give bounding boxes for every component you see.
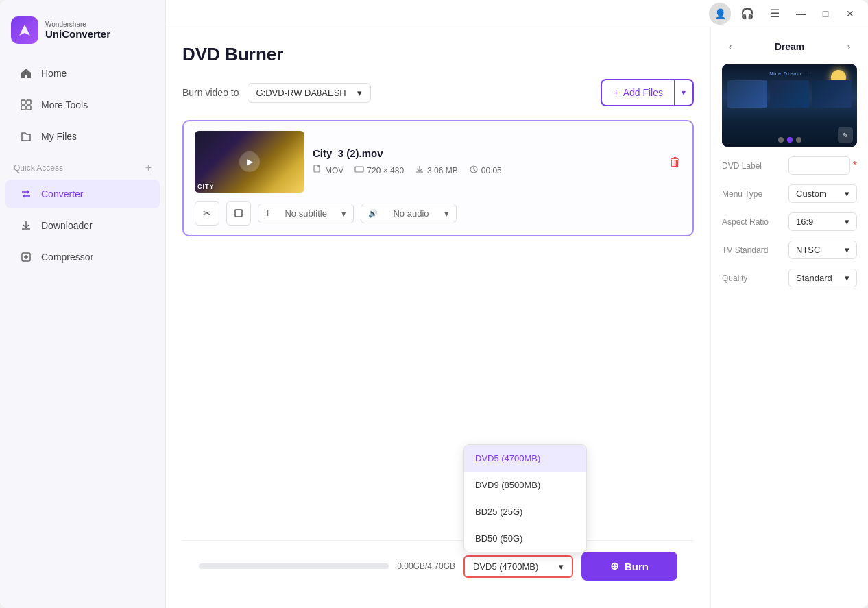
menu-icon[interactable]: ☰: [764, 3, 786, 25]
file-delete-button[interactable]: 🗑: [669, 155, 682, 169]
theme-edit-icon[interactable]: ✎: [838, 127, 853, 143]
burn-button[interactable]: ⊕ Burn: [581, 552, 677, 581]
progress-label: 0.00GB/4.70GB: [397, 561, 455, 571]
svg-rect-3: [27, 106, 31, 110]
quick-access-add-button[interactable]: +: [145, 162, 152, 174]
burn-label: Burn: [625, 561, 649, 572]
aspect-ratio-select[interactable]: 16:9 ▾: [788, 212, 857, 231]
minimize-button[interactable]: —: [791, 4, 810, 23]
user-avatar[interactable]: 👤: [709, 3, 731, 25]
burn-target-value: G:DVD-RW DA8AESH: [256, 88, 346, 98]
quality-select[interactable]: Standard ▾: [788, 269, 857, 287]
close-button[interactable]: ✕: [841, 4, 860, 23]
disc-option-dvd9[interactable]: DVD9 (8500MB): [464, 472, 586, 498]
menu-type-select[interactable]: Custom ▾: [788, 184, 857, 203]
theme-dot-2: [787, 137, 793, 143]
subtitle-select[interactable]: T No subtitle ▾: [258, 204, 354, 223]
file-format: MOV: [325, 166, 343, 175]
burn-video-label: Burn video to: [182, 87, 239, 98]
aspect-ratio-value: 16:9: [796, 217, 813, 227]
sidebar-item-more-tools[interactable]: More Tools: [5, 90, 160, 119]
disc-selector[interactable]: DVD5 (4700MB) ▾: [463, 555, 573, 578]
subtitle-chevron-icon: ▾: [341, 208, 346, 219]
theme-dots: [778, 137, 801, 143]
main-area: DVD Burner Burn video to G:DVD-RW DA8AES…: [166, 27, 710, 608]
tv-standard-select[interactable]: NTSC ▾: [788, 241, 857, 259]
svg-rect-0: [21, 100, 25, 104]
quality-chevron-icon: ▾: [845, 273, 849, 283]
add-files-arrow-icon[interactable]: ▾: [675, 82, 692, 103]
svg-rect-6: [355, 167, 363, 172]
burn-target-chevron: ▾: [357, 88, 362, 98]
resolution-icon: [354, 165, 364, 176]
menu-type-label: Menu Type: [722, 189, 762, 199]
theme-name: Dream: [775, 41, 805, 52]
theme-dot-3: [796, 137, 801, 143]
audio-value: No audio: [393, 208, 429, 219]
quick-access-label: Quick Access: [14, 163, 63, 173]
disc-option-bd25[interactable]: BD25 (25G): [464, 498, 586, 525]
sidebar-item-compressor[interactable]: Compressor: [5, 243, 160, 271]
audio-chevron-icon: ▾: [444, 208, 449, 219]
main-content: 👤 🎧 ☰ — □ ✕ DVD Burner Burn video to G:D…: [166, 0, 868, 608]
sidebar-item-converter[interactable]: Converter: [5, 180, 160, 208]
app-logo: Wondershare UniConverter: [0, 11, 165, 58]
page-title: DVD Burner: [182, 44, 694, 65]
sidebar-home-label: Home: [41, 68, 67, 79]
titlebar: 👤 🎧 ☰ — □ ✕: [166, 0, 868, 27]
theme-next-button[interactable]: ›: [841, 38, 857, 55]
file-duration-item: 00:05: [469, 165, 502, 176]
compressor-icon: [19, 250, 33, 264]
audio-icon: 🔊: [368, 209, 378, 218]
file-resolution: 720 × 480: [367, 166, 404, 175]
theme-subtitle: Nice Dream ...: [769, 71, 810, 76]
sidebar-files-label: My Files: [41, 131, 77, 142]
app-logo-icon: [11, 16, 38, 44]
dvd-label-input[interactable]: [788, 156, 850, 175]
duration-icon: [469, 165, 479, 176]
file-size: 3.06 MB: [427, 166, 458, 175]
support-icon[interactable]: 🎧: [736, 3, 758, 25]
audio-select[interactable]: 🔊 No audio ▾: [361, 204, 457, 223]
scissors-button[interactable]: ✂: [195, 201, 219, 226]
maximize-button[interactable]: □: [816, 4, 835, 23]
file-format-icon: [313, 165, 322, 176]
size-icon: [415, 165, 424, 176]
file-name: City_3 (2).mov: [313, 147, 661, 159]
svg-rect-2: [21, 106, 25, 110]
tv-standard-value: NTSC: [796, 245, 820, 255]
theme-thumb-2: [770, 80, 810, 108]
dvd-label-label: DVD Label: [722, 161, 762, 171]
file-card-header: CITY ▶ City_3 (2).mov: [195, 131, 682, 193]
downloader-icon: [19, 219, 33, 232]
dvd-label-row: DVD Label *: [722, 156, 857, 175]
play-icon[interactable]: ▶: [239, 151, 260, 172]
add-files-main[interactable]: + Add Files: [602, 82, 674, 104]
sidebar-item-home[interactable]: Home: [5, 59, 160, 88]
crop-button[interactable]: [226, 201, 251, 226]
brand-name: Wondershare: [45, 21, 110, 28]
burn-target-select[interactable]: G:DVD-RW DA8AESH ▾: [248, 83, 371, 103]
menu-type-row: Menu Type Custom ▾: [722, 184, 857, 203]
sidebar-item-my-files[interactable]: My Files: [5, 122, 160, 151]
disc-selector-wrapper: DVD5 (4700MB) ▾ DVD5 (4700MB) DVD9 (8500…: [463, 555, 573, 578]
subtitle-icon: T: [265, 208, 270, 218]
disc-chevron-icon: ▾: [559, 561, 564, 572]
file-info: City_3 (2).mov MOV: [313, 147, 661, 176]
svg-rect-1: [27, 100, 31, 104]
disc-option-bd50[interactable]: BD50 (50G): [464, 525, 586, 552]
theme-preview-content: Nice Dream ...: [722, 64, 857, 147]
file-format-item: MOV: [313, 165, 343, 176]
add-files-button[interactable]: + Add Files ▾: [601, 79, 694, 106]
file-size-item: 3.06 MB: [415, 165, 458, 176]
disc-option-dvd5[interactable]: DVD5 (4700MB): [464, 445, 586, 472]
file-resolution-item: 720 × 480: [354, 165, 404, 176]
sidebar-item-downloader[interactable]: Downloader: [5, 211, 160, 240]
file-thumbnail: CITY ▶: [195, 131, 304, 193]
burn-icon: ⊕: [610, 560, 619, 572]
file-card: CITY ▶ City_3 (2).mov: [182, 120, 694, 236]
sidebar-tools-label: More Tools: [41, 99, 88, 110]
theme-thumb-3: [812, 80, 852, 108]
theme-prev-button[interactable]: ‹: [722, 38, 738, 55]
file-card-footer: ✂ T No subtitle ▾ 🔊 No audio ▾: [195, 201, 682, 226]
